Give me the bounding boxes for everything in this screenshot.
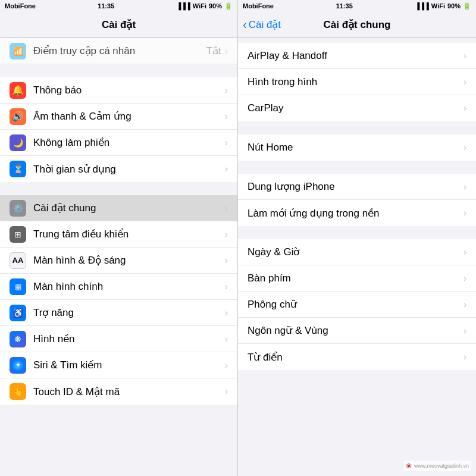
partial-top-row[interactable]: 📶 Điểm truy cập cá nhân Tắt ›: [0, 38, 237, 64]
home-screen-row[interactable]: ▦ Màn hình chính ›: [0, 274, 237, 300]
language-row[interactable]: Ngôn ngữ & Vùng ›: [238, 318, 476, 344]
accessibility-row[interactable]: ♿ Trợ năng ›: [0, 300, 237, 326]
right-spacer-0: [238, 38, 476, 43]
wallpaper-label: Hình nền: [33, 333, 225, 345]
right-battery-icon: 🔋: [463, 2, 471, 10]
back-label: Cài đặt: [249, 18, 281, 31]
touch-id-label: Touch ID & Mật mã: [33, 386, 225, 398]
hotspot-chevron: ›: [225, 46, 228, 57]
section-notifications: 🔔 Thông báo › 🔊 Âm thanh & Cảm ứng › 🌙 K…: [0, 77, 237, 182]
right-time: 11:35: [336, 2, 353, 10]
siri-row[interactable]: ✦ Siri & Tìm kiếm ›: [0, 352, 237, 378]
storage-row[interactable]: Dung lượng iPhone ›: [238, 174, 476, 200]
wallpaper-row[interactable]: ❋ Hình nền ›: [0, 326, 237, 352]
pip-chevron: ›: [464, 77, 466, 87]
touch-id-row[interactable]: 👆 Touch ID & Mật mã ›: [0, 378, 237, 405]
touch-id-chevron: ›: [225, 386, 228, 397]
right-spacer-1: [238, 121, 476, 134]
home-screen-icon: ▦: [10, 278, 26, 295]
spacer-1: [0, 64, 237, 77]
bg-refresh-chevron: ›: [464, 208, 466, 218]
screen-time-label: Thời gian sử dụng: [33, 163, 225, 176]
general-row[interactable]: ⚙️ Cài đặt chung ›: [0, 195, 237, 221]
back-arrow-icon: ‹: [243, 18, 247, 32]
date-time-label: Ngày & Giờ: [248, 246, 464, 258]
siri-chevron: ›: [225, 360, 228, 371]
general-chevron: ›: [225, 203, 228, 214]
language-label: Ngôn ngữ & Vùng: [248, 324, 464, 337]
right-section-2: Nút Home ›: [238, 134, 476, 161]
general-label: Cài đặt chung: [33, 202, 225, 214]
dictionary-row[interactable]: Từ điển ›: [238, 344, 476, 370]
date-time-row[interactable]: Ngày & Giờ ›: [238, 239, 476, 265]
touch-id-icon: 👆: [10, 383, 26, 400]
general-icon: ⚙️: [10, 200, 26, 217]
carplay-chevron: ›: [464, 103, 466, 114]
accessibility-icon: ♿: [10, 305, 26, 321]
notifications-label: Thông báo: [33, 84, 225, 96]
left-carrier: MobiFone: [5, 2, 36, 10]
notifications-row[interactable]: 🔔 Thông báo ›: [0, 77, 237, 104]
airplay-chevron: ›: [464, 51, 466, 61]
right-nav-title: Cài đặt chung: [324, 18, 391, 31]
left-status-bar: MobiFone 11:35 ▐▐▐ WiFi 90% 🔋: [0, 0, 238, 12]
sounds-chevron: ›: [225, 111, 228, 122]
control-center-row[interactable]: ⊞ Trung tâm điều khiển ›: [0, 221, 237, 248]
pip-row[interactable]: Hình trong hình ›: [238, 69, 476, 95]
screen-time-icon: ⏳: [10, 161, 26, 177]
dictionary-chevron: ›: [464, 352, 466, 362]
right-signal-icon: ▐▐▐: [415, 2, 428, 10]
siri-label: Siri & Tìm kiếm: [33, 359, 225, 371]
wallpaper-icon: ❋: [10, 331, 26, 347]
pip-label: Hình trong hình: [248, 76, 464, 88]
accessibility-label: Trợ năng: [33, 306, 225, 319]
left-settings-content: 📶 Điểm truy cập cá nhân Tắt › 🔔 Thông bá…: [0, 38, 237, 476]
home-button-chevron: ›: [464, 142, 466, 153]
keyboard-chevron: ›: [464, 273, 466, 284]
screen-time-chevron: ›: [225, 164, 228, 174]
hotspot-label: Điểm truy cập cá nhân: [33, 45, 206, 57]
right-wifi-icon: WiFi: [431, 2, 445, 10]
carplay-label: CarPlay: [248, 102, 464, 114]
sounds-label: Âm thanh & Cảm ứng: [33, 110, 225, 123]
right-status-icons: ▐▐▐ WiFi 90% 🔋: [415, 2, 471, 10]
display-label: Màn hình & Độ sáng: [33, 254, 225, 267]
left-status-icons: ▐▐▐ WiFi 90% 🔋: [176, 2, 233, 10]
display-row[interactable]: AA Màn hình & Độ sáng ›: [0, 248, 237, 274]
right-settings-content: AirPlay & Handoff › Hình trong hình › Ca…: [238, 38, 476, 476]
display-chevron: ›: [225, 255, 228, 266]
bg-refresh-row[interactable]: Làm mới ứng dụng trong nền ›: [238, 200, 476, 226]
accessibility-chevron: ›: [225, 308, 228, 318]
battery-text: 90%: [209, 2, 222, 10]
home-screen-chevron: ›: [225, 281, 228, 292]
sounds-row[interactable]: 🔊 Âm thanh & Cảm ứng ›: [0, 104, 237, 130]
dictionary-label: Từ điển: [248, 351, 464, 364]
keyboard-row[interactable]: Bàn phím ›: [238, 265, 476, 292]
home-button-row[interactable]: Nút Home ›: [238, 134, 476, 161]
hotspot-icon: 📶: [10, 43, 26, 60]
airplay-row[interactable]: AirPlay & Handoff ›: [238, 43, 476, 69]
language-chevron: ›: [464, 325, 466, 336]
dnd-row[interactable]: 🌙 Không làm phiền ›: [0, 130, 237, 156]
bg-refresh-label: Làm mới ứng dụng trong nền: [248, 207, 464, 220]
carplay-row[interactable]: CarPlay ›: [238, 95, 476, 121]
siri-icon: ✦: [10, 357, 26, 374]
fonts-chevron: ›: [464, 299, 466, 310]
left-time: 11:35: [98, 2, 114, 10]
right-section-4: Ngày & Giờ › Bàn phím › Phông chữ › Ngôn…: [238, 239, 476, 370]
right-spacer-3: [238, 226, 476, 239]
control-center-icon: ⊞: [10, 226, 26, 243]
fonts-row[interactable]: Phông chữ ›: [238, 292, 476, 318]
back-button[interactable]: ‹ Cài đặt: [243, 18, 281, 32]
notifications-chevron: ›: [225, 85, 228, 96]
keyboard-label: Bàn phím: [248, 273, 464, 284]
screen-time-row[interactable]: ⏳ Thời gian sử dụng ›: [0, 156, 237, 182]
signal-icon: ▐▐▐: [176, 2, 190, 10]
right-status-bar: MobiFone 11:35 ▐▐▐ WiFi 90% 🔋: [238, 0, 476, 12]
wifi-icon: WiFi: [193, 2, 206, 10]
sounds-icon: 🔊: [10, 108, 26, 125]
home-button-label: Nút Home: [248, 142, 464, 154]
control-center-label: Trung tâm điều khiển: [33, 228, 225, 240]
control-center-chevron: ›: [225, 229, 228, 240]
right-nav-header: ‹ Cài đặt Cài đặt chung: [238, 12, 476, 38]
